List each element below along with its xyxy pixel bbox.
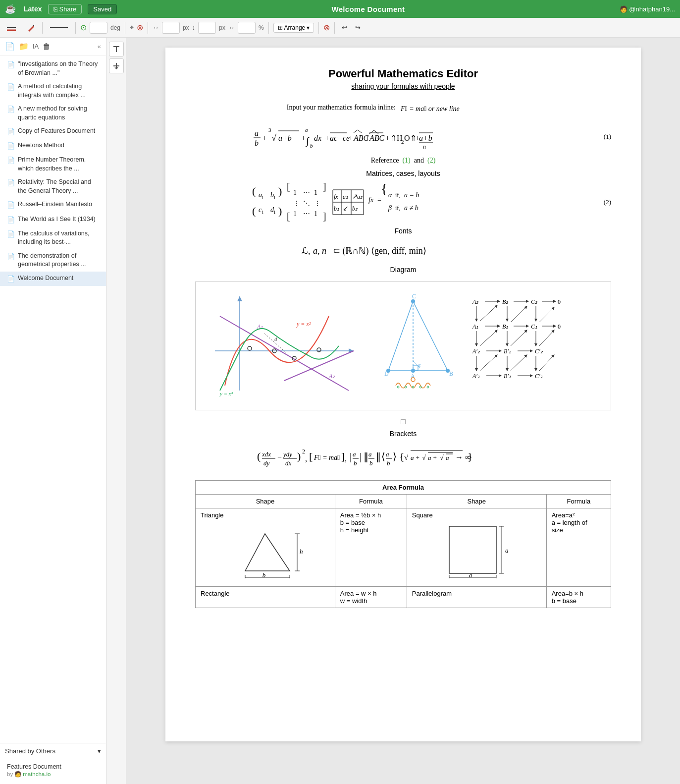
svg-text:]: ] bbox=[323, 211, 326, 222]
sidebar-item-10[interactable]: 📄 The demonstration of geometrical prope… bbox=[0, 249, 106, 272]
svg-text:a+b: a+b bbox=[419, 134, 432, 142]
svg-point-113 bbox=[386, 369, 390, 373]
stroke-color-tool[interactable] bbox=[4, 22, 22, 33]
reference-line: Reference (1) and (2) bbox=[195, 157, 611, 165]
arrange-button[interactable]: ⊞ Arrange ▾ bbox=[273, 23, 314, 33]
inline-formula-text: Input your mathematics formula inline: F… bbox=[195, 100, 611, 116]
svg-rect-4 bbox=[113, 46, 119, 47]
content-area: Powerful Mathematics Editor sharing your… bbox=[106, 38, 680, 784]
line-style-tool[interactable] bbox=[47, 22, 71, 33]
svg-marker-104 bbox=[388, 301, 448, 371]
svg-text:dy: dy bbox=[263, 459, 270, 467]
svg-point-116 bbox=[397, 386, 399, 388]
author-link[interactable]: mathcha.io bbox=[23, 771, 51, 777]
rotation-input[interactable]: 0 bbox=[90, 22, 107, 34]
svg-text:]: ] bbox=[323, 182, 326, 192]
height-arrows-icon: ↕ bbox=[192, 24, 196, 31]
col-header-shape1: Shape bbox=[196, 495, 335, 508]
svg-text:⟨: ⟨ bbox=[381, 451, 385, 462]
sidebar-document-list: 📄 "Investigations on the Theory of Brown… bbox=[0, 56, 106, 743]
document-title: Welcome Document bbox=[123, 5, 614, 13]
sidebar-item-1[interactable]: 📄 A method of calculating integrals with… bbox=[0, 80, 106, 102]
close-circle-icon[interactable]: ⊗ bbox=[323, 23, 330, 32]
sidebar-item-2[interactable]: 📄 A new method for solving quartic equat… bbox=[0, 102, 106, 124]
trash-icon[interactable]: 🗑 bbox=[43, 42, 51, 51]
ref2: (2) bbox=[427, 157, 435, 164]
IA-label[interactable]: IA bbox=[33, 43, 39, 50]
sidebar-item-11[interactable]: 📄 Welcome Document bbox=[0, 272, 106, 286]
sidebar-top: 📄 📁 IA 🗑 « bbox=[0, 38, 106, 56]
svg-text:}: } bbox=[468, 450, 473, 462]
svg-rect-5 bbox=[116, 47, 117, 52]
ref1: (1) bbox=[402, 157, 410, 164]
sidebar-item-0[interactable]: 📄 "Investigations on the Theory of Brown… bbox=[0, 57, 106, 80]
shared-by-others-header[interactable]: Shared by Others ▾ bbox=[0, 743, 106, 759]
svg-text:⋯: ⋯ bbox=[303, 189, 310, 196]
svg-text:a +: a + bbox=[428, 454, 437, 461]
svg-text:b₂: b₂ bbox=[352, 205, 358, 212]
svg-text:a: a bbox=[368, 450, 372, 458]
width-arrows-icon: ↔ bbox=[153, 24, 159, 31]
svg-text:a +: a + bbox=[411, 454, 420, 461]
width-input[interactable]: 6 bbox=[162, 22, 180, 34]
sidebar-item-6[interactable]: 📄 Relativity: The Special and the Genera… bbox=[0, 175, 106, 198]
collapse-sidebar-icon[interactable]: « bbox=[98, 43, 101, 50]
document-scroll[interactable]: Powerful Mathematics Editor sharing your… bbox=[126, 38, 680, 784]
svg-text:∫: ∫ bbox=[305, 135, 310, 147]
sidebar-item-3[interactable]: 📄 Copy of Features Document bbox=[0, 124, 106, 139]
svg-line-96 bbox=[284, 351, 354, 381]
sidebar-item-8[interactable]: 📄 The World as I See It (1934) bbox=[0, 213, 106, 227]
sidebar-item-5[interactable]: 📄 Prime Number Theorem, which describes … bbox=[0, 153, 106, 175]
folder-icon[interactable]: 📁 bbox=[19, 42, 29, 51]
svg-line-155 bbox=[480, 305, 497, 321]
text-tool-button[interactable] bbox=[109, 42, 124, 56]
saved-button[interactable]: Saved bbox=[88, 4, 117, 14]
sidebar-item-9[interactable]: 📄 The calculus of variations, including … bbox=[0, 227, 106, 249]
equation-2: ( ( a1 b1 c1 d1 ) ) [ [ 1 ⋯ 1 ⋮ bbox=[195, 182, 611, 222]
brackets-label: Brackets bbox=[195, 430, 611, 438]
svg-text:A₁: A₁ bbox=[472, 323, 478, 330]
shape-square: Square a bbox=[407, 508, 546, 587]
main-layout: 📄 📁 IA 🗑 « 📄 "Investigations on the Theo… bbox=[0, 38, 680, 784]
svg-line-163 bbox=[539, 355, 554, 371]
svg-text:0: 0 bbox=[558, 323, 561, 330]
diagram-label: Diagram bbox=[195, 266, 611, 274]
insert-tool-button[interactable] bbox=[109, 58, 124, 73]
svg-text:[: [ bbox=[287, 182, 290, 192]
undo-button[interactable]: ↩ bbox=[339, 23, 350, 32]
svg-line-157 bbox=[539, 307, 554, 322]
svg-text:√: √ bbox=[440, 454, 444, 461]
svg-text:1: 1 bbox=[314, 210, 317, 218]
svg-text:b₁: b₁ bbox=[334, 205, 339, 212]
doc-icon-8: 📄 bbox=[7, 216, 15, 224]
svg-line-156 bbox=[511, 306, 527, 322]
document-subtitle: sharing your formulas with people bbox=[195, 82, 611, 90]
svg-text:A₂: A₂ bbox=[328, 373, 335, 380]
user-menu[interactable]: 🧑 @nhatphan19... bbox=[620, 5, 675, 13]
separator7 bbox=[334, 22, 335, 34]
sidebar-item-4[interactable]: 📄 Newtons Method bbox=[0, 139, 106, 153]
redo-button[interactable]: ↪ bbox=[353, 23, 363, 32]
chevron-down-icon: ▾ bbox=[98, 747, 101, 755]
opacity-input[interactable]: 0 bbox=[238, 22, 256, 34]
shared-item-0[interactable]: Features Document by 🧑 mathcha.io bbox=[0, 761, 106, 780]
new-doc-icon[interactable]: 📄 bbox=[5, 42, 15, 51]
share-icon: ⎘ bbox=[53, 5, 57, 13]
sidebar: 📄 📁 IA 🗑 « 📄 "Investigations on the Theo… bbox=[0, 38, 106, 784]
resize-handle[interactable] bbox=[195, 418, 611, 426]
svg-text:α: α bbox=[388, 191, 392, 199]
height-input[interactable]: 6 bbox=[198, 22, 216, 34]
sidebar-item-7[interactable]: 📄 Russell–Einstein Manifesto bbox=[0, 198, 106, 212]
doc-icon-9: 📄 bbox=[7, 230, 15, 239]
svg-text:⟩: ⟩ bbox=[393, 451, 397, 462]
svg-text:dx: dx bbox=[314, 134, 321, 142]
share-button[interactable]: ⎘ Share bbox=[48, 4, 82, 14]
pen-tool[interactable] bbox=[25, 22, 38, 33]
separator2 bbox=[75, 22, 76, 34]
col-header-formula1: Formula bbox=[335, 495, 407, 508]
left-tools-panel bbox=[106, 38, 126, 784]
svg-text:(: ( bbox=[257, 450, 261, 462]
svg-text:C′₂: C′₂ bbox=[535, 348, 543, 355]
svg-text:=: = bbox=[377, 196, 381, 204]
shape-rectangle: Rectangle bbox=[196, 587, 335, 608]
